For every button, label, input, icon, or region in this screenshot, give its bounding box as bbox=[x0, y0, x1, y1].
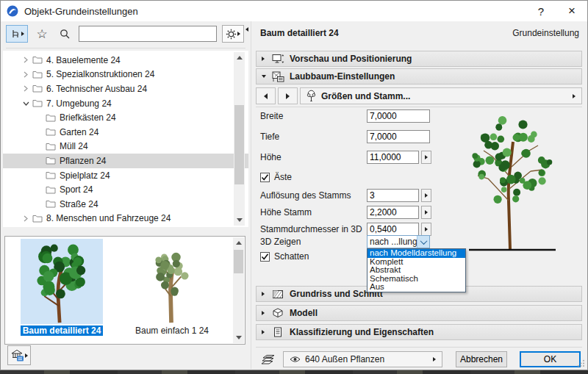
section-label: Modell bbox=[290, 308, 318, 318]
tree-simple-preview-image[interactable] bbox=[131, 239, 213, 324]
tree-item[interactable]: 6. Technischer Ausbau 24 bbox=[3, 82, 248, 96]
previous-page-button[interactable] bbox=[256, 87, 276, 104]
field-row-stammdurchmesser: Stammdurchmesser in 3D bbox=[260, 223, 431, 236]
aufloesung-flyout-button[interactable] bbox=[421, 189, 431, 202]
folder-icon bbox=[46, 200, 56, 208]
tree-item[interactable]: 7. Umgebung 24 bbox=[3, 96, 248, 111]
help-button[interactable]: ? bbox=[526, 1, 556, 21]
scroll-down-button[interactable] bbox=[233, 332, 244, 343]
field-row-3d-zeigen: 3D Zeigen nach ...llung bbox=[260, 235, 430, 248]
settings-flyout-button[interactable] bbox=[222, 25, 244, 43]
checkbox-label: Äste bbox=[274, 172, 292, 182]
object-settings-dialog: Objekt-Grundeinstellungen ? × ☆ bbox=[0, 0, 588, 370]
layer-selector-button[interactable]: 640 Außen Pflanzen bbox=[283, 351, 442, 367]
folder-icon bbox=[46, 171, 56, 179]
floorplan-icon bbox=[271, 290, 284, 299]
window-title: Objekt-Grundeinstellungen bbox=[24, 6, 138, 17]
mode-label: Grundeinstellung bbox=[512, 28, 579, 38]
library-tree: 4. Bauelemente 24 5. Spezialkonstruktion… bbox=[3, 51, 248, 227]
object-thumbnail-selected[interactable]: Baum detailliert 24 bbox=[7, 239, 117, 342]
tree-item[interactable]: Straße 24 bbox=[3, 197, 248, 212]
object-preview-list: Baum detailliert 24 Baum einfach 1 24 bbox=[4, 236, 245, 345]
chevron-right-icon[interactable] bbox=[21, 85, 31, 92]
ok-button[interactable]: OK bbox=[520, 351, 581, 367]
section-preview-positioning[interactable]: Vorschau und Positionierung bbox=[256, 51, 582, 67]
tree-item[interactable]: 5. Spezialkonstruktionen 24 bbox=[3, 68, 248, 82]
field-label: Tiefe bbox=[260, 132, 367, 142]
divider bbox=[256, 347, 582, 348]
search-input[interactable] bbox=[79, 26, 217, 42]
chevron-right-icon[interactable] bbox=[21, 215, 31, 222]
folder-icon bbox=[46, 157, 56, 165]
zeigen3d-combobox[interactable]: nach ...llung bbox=[367, 235, 430, 248]
field-label: Höhe bbox=[260, 152, 367, 162]
scroll-up-button[interactable] bbox=[234, 52, 245, 63]
scroll-up-button[interactable] bbox=[233, 237, 244, 248]
section-laubbaum[interactable]: Laubbaum-Einstellungen bbox=[256, 68, 582, 84]
section-label: Klassifizierung und Eigenschaften bbox=[290, 327, 434, 337]
dropdown-option-selected[interactable]: nach Modelldarstellung bbox=[368, 249, 465, 258]
flyout-arrow-icon bbox=[237, 32, 240, 36]
panel-collapse-icon[interactable] bbox=[245, 27, 248, 32]
favorites-button[interactable]: ☆ bbox=[33, 25, 51, 43]
aufloesung-input[interactable] bbox=[367, 189, 419, 202]
next-page-button[interactable] bbox=[278, 87, 298, 104]
tree-scrollbar[interactable] bbox=[234, 52, 245, 226]
stammdurchmesser-flyout-button[interactable] bbox=[421, 223, 431, 236]
tree-item-label: 8. Menschen und Fahrzeuge 24 bbox=[46, 213, 171, 223]
close-button[interactable]: × bbox=[556, 1, 587, 21]
tree-item[interactable]: Spielplatz 24 bbox=[3, 168, 248, 183]
tree-item-label: Straße 24 bbox=[60, 199, 98, 209]
tree-item[interactable]: Sport 24 bbox=[3, 182, 248, 197]
page-selector-button[interactable]: Größen und Stamm... bbox=[300, 87, 582, 104]
folder-view-button[interactable] bbox=[6, 25, 28, 43]
hoehe-stamm-flyout-button[interactable] bbox=[421, 206, 431, 219]
tree-item[interactable]: 4. Bauelemente 24 bbox=[3, 53, 248, 68]
title-bar[interactable]: Objekt-Grundeinstellungen ? × bbox=[1, 1, 587, 21]
settings-panel: Baum detailliert 24 Grundeinstellung Vor… bbox=[251, 21, 587, 369]
hoehe-flyout-button[interactable] bbox=[421, 151, 431, 164]
hoehe-stamm-input[interactable] bbox=[367, 206, 419, 219]
object-thumbnail[interactable]: Baum einfach 1 24 bbox=[117, 239, 227, 342]
field-row-aufloesung: Auflösung des Stamms bbox=[260, 189, 431, 202]
breite-input[interactable] bbox=[367, 109, 430, 123]
gear-icon bbox=[226, 29, 237, 40]
scroll-down-button[interactable] bbox=[234, 215, 245, 226]
section-label: Laubbaum-Einstellungen bbox=[290, 71, 395, 82]
tree-icon bbox=[306, 90, 316, 102]
scrollbar-thumb[interactable] bbox=[234, 105, 244, 184]
tree-item[interactable]: 8. Menschen und Fahrzeuge 24 bbox=[3, 212, 248, 226]
search-button[interactable] bbox=[56, 25, 74, 43]
folder-icon bbox=[46, 143, 56, 151]
tree-detailed-preview-image[interactable] bbox=[21, 239, 103, 324]
section-modell[interactable]: Modell bbox=[256, 305, 582, 321]
cancel-button[interactable]: Abbrechen bbox=[456, 351, 507, 367]
flyout-arrow-icon bbox=[573, 94, 576, 98]
stammdurchmesser-input[interactable] bbox=[367, 223, 419, 236]
tree-item[interactable]: Garten 24 bbox=[3, 125, 248, 140]
resize-grip[interactable] bbox=[577, 359, 585, 367]
folder-icon bbox=[46, 114, 56, 122]
section-label: Vorschau und Positionierung bbox=[290, 54, 412, 64]
tiefe-input[interactable] bbox=[367, 130, 430, 143]
hoehe-input[interactable] bbox=[367, 151, 419, 164]
monitor-icon bbox=[271, 54, 284, 64]
dropdown-option[interactable]: Aus bbox=[368, 283, 465, 292]
scrollbar-thumb[interactable] bbox=[234, 250, 243, 273]
tree-item[interactable]: Müll 24 bbox=[3, 140, 248, 154]
chevron-down-icon[interactable] bbox=[21, 101, 31, 107]
object-3d-preview bbox=[437, 104, 587, 259]
tree-item-label: 4. Bauelemente 24 bbox=[46, 55, 121, 65]
combobox-arrow[interactable] bbox=[417, 236, 429, 248]
folder-icon bbox=[32, 215, 43, 223]
chevron-right-icon[interactable] bbox=[21, 71, 31, 78]
chevron-right-icon[interactable] bbox=[21, 57, 31, 63]
aeste-checkbox[interactable] bbox=[260, 173, 270, 182]
load-library-part-button[interactable] bbox=[7, 345, 31, 365]
tree-item-selected[interactable]: Pflanzen 24 bbox=[3, 154, 248, 168]
library-browser-panel: ☆ 4. Bauel bbox=[1, 21, 250, 369]
thumbnails-scrollbar[interactable] bbox=[233, 237, 244, 343]
tree-item[interactable]: Briefkästen 24 bbox=[3, 110, 248, 125]
schatten-checkbox[interactable] bbox=[260, 252, 270, 262]
section-klassifizierung[interactable]: Klassifizierung und Eigenschaften bbox=[256, 324, 582, 340]
